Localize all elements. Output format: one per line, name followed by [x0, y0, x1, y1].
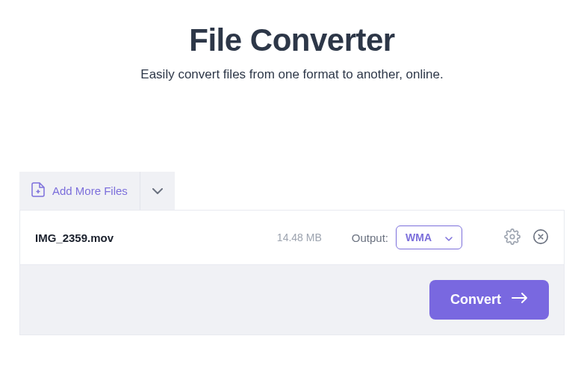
chevron-down-icon [445, 231, 453, 244]
convert-button-label: Convert [450, 292, 501, 308]
files-area: Add More Files IMG_2359.mov 14.48 MB Out… [19, 172, 565, 335]
footer-bar: Convert [19, 265, 565, 335]
page-title: File Converter [15, 22, 569, 58]
convert-button[interactable]: Convert [429, 280, 549, 320]
file-name: IMG_2359.mov [35, 231, 277, 244]
settings-button[interactable] [504, 228, 521, 247]
page-subtitle: Easily convert files from one format to … [15, 67, 569, 82]
file-size: 14.48 MB [277, 231, 322, 243]
output-label: Output: [352, 231, 388, 244]
add-files-bar: Add More Files [19, 172, 175, 210]
format-select-value: WMA [406, 231, 432, 243]
svg-point-0 [510, 234, 515, 239]
add-more-files-button[interactable]: Add More Files [19, 172, 140, 210]
gear-icon [504, 228, 521, 247]
file-row: IMG_2359.mov 14.48 MB Output: WMA [19, 210, 565, 265]
file-add-icon [31, 182, 45, 199]
add-more-files-label: Add More Files [52, 184, 128, 197]
arrow-right-icon [512, 292, 528, 308]
chevron-down-icon [152, 185, 163, 196]
format-select[interactable]: WMA [396, 225, 462, 249]
add-files-dropdown-button[interactable] [140, 172, 175, 210]
header: File Converter Easily convert files from… [0, 0, 584, 82]
remove-file-button[interactable] [532, 228, 549, 247]
close-icon [532, 228, 549, 247]
